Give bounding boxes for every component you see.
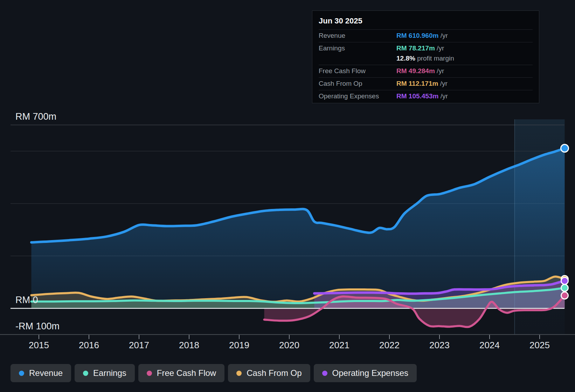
fcf-endpoint-marker[interactable] <box>561 292 568 299</box>
tooltip-value: RM 610.960m /yr <box>396 32 448 40</box>
legend-label: Free Cash Flow <box>157 368 216 378</box>
legend-item-revenue[interactable]: Revenue <box>11 364 71 382</box>
x-axis-label-2018: 2018 <box>179 340 199 350</box>
legend-item-cashop[interactable]: Cash From Op <box>228 364 310 382</box>
x-axis-label-2024: 2024 <box>479 340 500 350</box>
x-axis-label-2023: 2023 <box>429 340 450 350</box>
tooltip-rows: RevenueRM 610.960m /yrEarningsRM 78.217m… <box>319 29 533 103</box>
profit-margin-value: 12.8% profit margin <box>396 55 454 62</box>
legend-label: Operating Expenses <box>332 368 408 378</box>
opex-endpoint-marker[interactable] <box>561 277 568 284</box>
tooltip-label: Free Cash Flow <box>319 67 396 75</box>
tooltip-value: RM 49.284m /yr <box>396 67 444 75</box>
x-axis-label-2022: 2022 <box>379 340 400 350</box>
tooltip-row-opex: Operating ExpensesRM 105.453m /yr <box>319 90 533 103</box>
cashop-legend-dot <box>236 371 242 376</box>
y-axis-label-700m: RM 700m <box>15 111 56 122</box>
x-axis-label-2019: 2019 <box>229 340 249 350</box>
revenue-legend-dot <box>19 371 24 376</box>
chart-legend: RevenueEarningsFree Cash FlowCash From O… <box>11 364 417 382</box>
revenue-endpoint-marker[interactable] <box>561 145 569 152</box>
tooltip-value: RM 112.171m /yr <box>396 80 448 88</box>
tooltip-row-profit-margin: 12.8% profit margin <box>319 55 533 65</box>
x-axis-label-2025: 2025 <box>529 340 550 350</box>
legend-item-opex[interactable]: Operating Expenses <box>314 364 417 382</box>
tooltip-label: Cash From Op <box>319 80 396 88</box>
legend-item-earnings[interactable]: Earnings <box>75 364 135 382</box>
tooltip-label: Operating Expenses <box>319 92 396 100</box>
financial-history-chart: 2015201620172018201920202021202220232024… <box>0 0 575 392</box>
legend-label: Earnings <box>93 368 126 378</box>
x-axis-label-2016: 2016 <box>79 340 99 350</box>
x-axis-label-2015: 2015 <box>29 340 49 350</box>
legend-item-fcf[interactable]: Free Cash Flow <box>138 364 224 382</box>
legend-label: Revenue <box>29 368 63 378</box>
tooltip-date: Jun 30 2025 <box>319 14 533 29</box>
tooltip-label: Revenue <box>319 32 396 40</box>
y-axis-label-0m: RM 0 <box>15 295 38 305</box>
tooltip-row-fcf: Free Cash FlowRM 49.284m /yr <box>319 65 533 77</box>
earnings-legend-dot <box>83 371 88 376</box>
chart-tooltip: Jun 30 2025 RevenueRM 610.960m /yrEarnin… <box>312 10 539 103</box>
legend-label: Cash From Op <box>247 368 302 378</box>
fcf-legend-dot <box>147 371 152 376</box>
tooltip-value: RM 105.453m /yr <box>396 92 448 100</box>
y-axis-label--100m: -RM 100m <box>15 321 60 331</box>
opex-legend-dot <box>322 371 327 376</box>
x-axis-label-2020: 2020 <box>279 340 299 350</box>
x-axis-label-2021: 2021 <box>329 340 349 350</box>
tooltip-row-revenue: RevenueRM 610.960m /yr <box>319 29 533 42</box>
tooltip-value: RM 78.217m /yr <box>396 44 444 52</box>
earnings-endpoint-marker[interactable] <box>561 285 568 292</box>
x-axis-label-2017: 2017 <box>129 340 149 350</box>
tooltip-label: Earnings <box>319 44 396 52</box>
tooltip-row-cashop: Cash From OpRM 112.171m /yr <box>319 77 533 90</box>
tooltip-row-earnings: EarningsRM 78.217m /yr <box>319 42 533 55</box>
revenue-area <box>32 148 565 308</box>
